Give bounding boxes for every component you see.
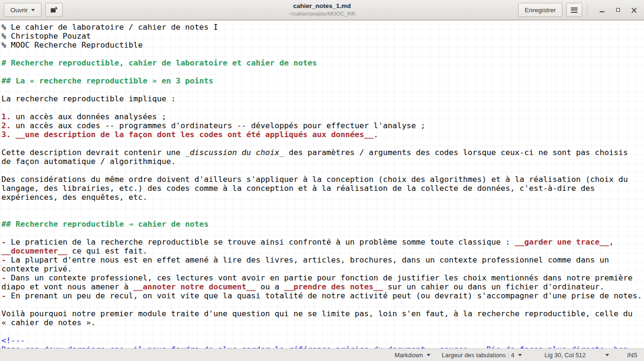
editor-text-segment: Cette description devrait contenir une — [1, 148, 185, 157]
editor-line[interactable]: ## La « recherche reproductible » en 3 p… — [1, 76, 644, 85]
editor-line[interactable] — [1, 67, 644, 76]
editor-line[interactable]: Voilà pourquoi notre premier module trai… — [1, 309, 644, 318]
editor-line[interactable]: ## Recherche reproductible ⇒ cahier de n… — [1, 220, 644, 229]
editor-line[interactable]: contexte privé. — [1, 264, 644, 273]
editor-line[interactable]: - Dans un contexte professionel, ces lec… — [1, 273, 644, 282]
editor-text-segment: - — [1, 238, 6, 246]
editor-text-segment: 2. — [1, 121, 11, 130]
editor-text-segment: sur un cahier ou dans un fichier d'ordin… — [383, 282, 604, 291]
editor-line[interactable]: 3. __une description de la façon dont le… — [1, 130, 644, 139]
editor-line[interactable]: - En prenant un peu de recul, on voit vi… — [1, 291, 644, 300]
editor-line[interactable]: <!--- — [1, 336, 644, 345]
editor-text-segment: ## La « recherche reproductible » en 3 p… — [1, 76, 214, 85]
window-title-block: cahier_notes_1.md ~/cahier/projets/MOOC_… — [289, 2, 355, 17]
editor-text-segment: __une description de la façon dont les c… — [16, 130, 373, 139]
header-bar: Ouvrir cahier_notes_1.md ~/cahier/projet… — [0, 0, 644, 20]
editor-text-segment: __annoter notre document__ — [133, 282, 256, 291]
editor-line[interactable]: 2. un accès aux codes -- programmes d'or… — [1, 121, 644, 130]
editor-line[interactable]: La recherche reproductible implique : — [1, 94, 644, 103]
open-button-label: Ouvrir — [10, 7, 28, 14]
editor-line[interactable]: diapo et vont nous amener à __annoter no… — [1, 282, 644, 291]
editor-text-segment: des paramètres / arguments des codes lor… — [284, 148, 627, 157]
editor-text-segment: La recherche reproductible implique : — [1, 94, 176, 103]
editor-text-segment: un accès aux codes -- programmes d'ordin… — [11, 121, 425, 130]
editor-line[interactable]: __documenter__ ce qui est fait. — [1, 246, 644, 255]
editor-line[interactable]: % Le cahier de laboratoire / cahier de n… — [1, 23, 644, 32]
editor-line[interactable] — [1, 300, 644, 309]
editor-text-segment: # Recherche reproductible, cahier de lab… — [1, 58, 317, 67]
editor-line[interactable]: - La plupart d'entre nous est en effet a… — [1, 255, 644, 264]
editor-text-segment: - — [1, 291, 6, 300]
document-title: cahier_notes_1.md — [289, 2, 355, 10]
restore-icon — [616, 8, 620, 12]
status-bar: Markdown Largeur des tabulations : 4 Lig… — [0, 348, 644, 361]
editor-line[interactable] — [1, 229, 644, 238]
editor-text-segment: « cahier de notes ». — [1, 318, 96, 327]
editor-line[interactable]: Cette description devrait contenir une _… — [1, 148, 644, 157]
editor-text-segment: ce qui est fait. — [67, 246, 148, 255]
minimize-button[interactable] — [596, 4, 608, 16]
tab-width-selector[interactable]: Largeur des tabulations : 4 — [442, 352, 522, 359]
close-button[interactable]: × — [628, 4, 640, 16]
hamburger-icon — [571, 8, 578, 13]
editor-text-segment: 1. — [1, 112, 11, 121]
editor-text-segment: ou a — [256, 282, 284, 291]
editor-text-segment: contexte privé. — [1, 264, 72, 273]
new-tab-button[interactable] — [45, 3, 63, 17]
editor-text-segment: __prendre des notes__ — [284, 282, 383, 291]
editor-line[interactable] — [1, 85, 644, 94]
insert-mode-indicator: INS — [627, 352, 637, 359]
chevron-down-icon — [31, 9, 35, 11]
save-button[interactable]: Enregistrer — [518, 3, 562, 17]
editor-text-segment: 3. — [1, 130, 11, 139]
editor-line[interactable]: % MOOC Recherche Reproductible — [1, 41, 644, 49]
editor-text-segment: . — [373, 130, 378, 139]
editor-line[interactable]: 1. un accès aux données analysées ; — [1, 112, 644, 121]
restore-button[interactable] — [612, 4, 624, 16]
editor-text-segment: _discussion du choix_ — [185, 148, 284, 157]
minimize-icon — [600, 8, 604, 12]
editor-line[interactable]: Des considérations du même ordre doivent… — [1, 175, 644, 184]
editor-text-segment: Des considérations du même ordre doivent… — [1, 175, 628, 184]
editor-text-segment: expériences, des enquêtes, etc. — [1, 193, 148, 202]
cursor-position-selector[interactable]: Lig 30, Col 512 — [545, 352, 609, 359]
editor-line[interactable]: # Recherche reproductible, cahier de lab… — [1, 58, 644, 67]
editor-text-segment: , — [609, 238, 614, 246]
editor-line[interactable]: langage, des librairies, etc.) des codes… — [1, 184, 644, 193]
language-selector[interactable]: Markdown — [395, 352, 430, 359]
editor-text-segment: Dans un contexte professionel, ces lectu… — [6, 273, 633, 282]
text-editor-area[interactable]: % Le cahier de laboratoire / cahier de n… — [0, 20, 644, 348]
insert-mode-label: INS — [627, 352, 637, 359]
chevron-down-icon — [605, 354, 609, 356]
editor-line[interactable]: - Le praticien de la recherche reproduct… — [1, 238, 644, 246]
language-label: Markdown — [395, 352, 423, 359]
editor-line[interactable]: Dans ces deux derniers cas, il nous faud… — [1, 345, 644, 348]
editor-text-segment: % Le cahier de laboratoire / cahier de n… — [1, 23, 218, 32]
editor-text-segment: __documenter__ — [1, 246, 67, 255]
editor-line[interactable] — [1, 211, 644, 220]
editor-line[interactable]: « cahier de notes ». — [1, 318, 644, 327]
open-button[interactable]: Ouvrir — [4, 3, 41, 17]
tab-width-label: Largeur des tabulations : 4 — [442, 352, 514, 359]
chevron-down-icon — [518, 354, 522, 356]
editor-line[interactable] — [1, 49, 644, 58]
editor-line[interactable] — [1, 166, 644, 175]
cursor-position-label: Lig 30, Col 512 — [545, 352, 586, 359]
editor-text-segment: % MOOC Recherche Reproductible — [1, 41, 143, 49]
editor-line[interactable]: de façon automatique / algorithmique. — [1, 157, 644, 166]
menu-button[interactable] — [566, 3, 582, 17]
editor-line[interactable]: expériences, des enquêtes, etc. — [1, 193, 644, 202]
close-icon: × — [630, 6, 638, 15]
editor-text-segment: de façon automatique / algorithmique. — [1, 157, 176, 166]
editor-text-segment: Le praticien de la recherche reproductib… — [6, 238, 515, 246]
header-separator — [587, 5, 587, 15]
editor-line[interactable] — [1, 202, 644, 211]
editor-text-segment: En prenant un peu de recul, on voit vite… — [6, 291, 642, 300]
editor-lines: % Le cahier de laboratoire / cahier de n… — [1, 23, 644, 348]
editor-text-segment: - — [1, 255, 6, 264]
editor-line[interactable] — [1, 327, 644, 336]
editor-line[interactable]: % Christophe Pouzat — [1, 32, 644, 41]
editor-line[interactable] — [1, 103, 644, 112]
editor-line[interactable] — [1, 139, 644, 148]
editor-text-segment: un accès aux données analysées ; — [11, 112, 166, 121]
